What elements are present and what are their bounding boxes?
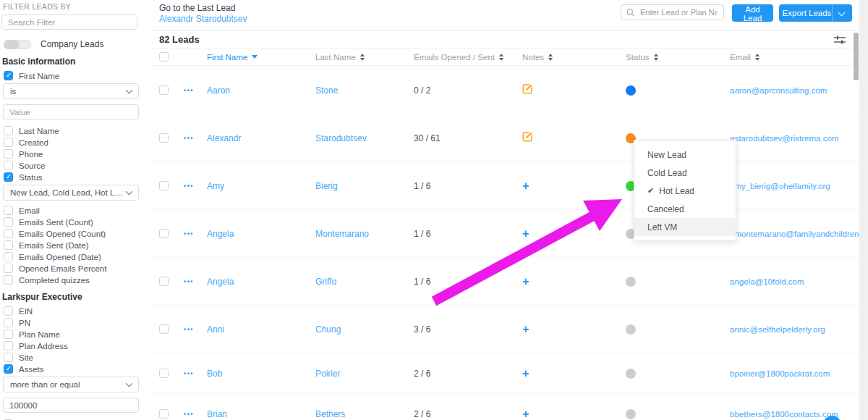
filter-completed-quizzes[interactable]: Completed quizzes	[4, 275, 148, 285]
column-header-emails-opened-sent[interactable]: Emails Opened / Sent	[414, 53, 522, 62]
menu-item-canceled[interactable]: Canceled	[634, 200, 736, 218]
first-name-link[interactable]: Angela	[207, 229, 315, 239]
checkbox[interactable]	[4, 206, 13, 215]
email-link[interactable]: aaron@aprconsulting.com	[730, 86, 859, 95]
first-name-link[interactable]: Bob	[207, 369, 315, 379]
row-checkbox[interactable]	[159, 409, 169, 419]
filter-last-name[interactable]: Last Name	[4, 126, 148, 135]
filter-plan-name[interactable]: Plan Name	[4, 329, 148, 339]
column-settings-icon[interactable]	[833, 35, 846, 48]
row-actions-icon[interactable]: •••	[184, 230, 207, 238]
checkbox[interactable]	[4, 161, 13, 170]
first-name-link[interactable]: Alexandr	[207, 133, 315, 143]
row-actions-icon[interactable]: •••	[184, 182, 207, 190]
status-filter-select[interactable]: New Lead, Cold Lead, Hot Lead, ...	[3, 185, 139, 201]
status-dot[interactable]	[626, 409, 636, 419]
edit-note-icon[interactable]	[522, 131, 626, 145]
checkbox[interactable]	[4, 306, 13, 316]
edit-note-icon[interactable]	[522, 83, 626, 97]
status-dot[interactable]	[626, 324, 636, 335]
column-header-status[interactable]: Status	[626, 53, 730, 62]
checkbox-checked[interactable]	[4, 71, 13, 80]
add-note-icon[interactable]: +	[522, 411, 626, 418]
menu-item-left-vm[interactable]: Left VM	[634, 218, 736, 236]
checkbox[interactable]	[4, 264, 13, 273]
search-filter-input[interactable]	[1, 14, 137, 30]
assets-operator-select[interactable]: more than or equal	[3, 377, 139, 392]
first-name-link[interactable]: Amy	[207, 181, 315, 191]
filter-opened-emails-percent[interactable]: Opened Emails Percent	[4, 264, 148, 273]
row-checkbox[interactable]	[159, 369, 169, 378]
add-note-icon[interactable]: +	[522, 326, 626, 333]
status-dot[interactable]	[626, 369, 636, 379]
column-header-first-name[interactable]: First Name	[207, 53, 315, 62]
filter-source[interactable]: Source	[4, 161, 148, 170]
add-note-icon[interactable]: +	[522, 230, 626, 238]
last-name-link[interactable]: Montemarano	[315, 229, 414, 239]
checkbox[interactable]	[4, 149, 13, 159]
select-all-checkbox[interactable]	[159, 52, 169, 62]
checkbox[interactable]	[4, 318, 13, 327]
checkbox-checked[interactable]	[4, 364, 13, 374]
last-name-link[interactable]: Starodubtsev	[315, 133, 414, 143]
filter-status[interactable]: Status	[4, 172, 148, 182]
row-checkbox[interactable]	[159, 133, 169, 143]
row-actions-icon[interactable]: •••	[184, 370, 207, 377]
filter-site[interactable]: Site	[4, 353, 148, 362]
email-link[interactable]: angela@10fold.com	[730, 277, 859, 286]
row-checkbox[interactable]	[159, 85, 169, 95]
email-link[interactable]: annic@selfhelpelderly.org	[730, 325, 859, 334]
filter-pn[interactable]: PN	[4, 318, 148, 327]
status-dot[interactable]	[626, 85, 636, 96]
row-checkbox[interactable]	[159, 229, 169, 238]
assets-value-input[interactable]	[3, 398, 139, 413]
filter-emails-opened-date[interactable]: Emails Opened (Date)	[4, 252, 148, 261]
row-checkbox[interactable]	[159, 277, 169, 286]
first-name-link[interactable]: Brian	[207, 409, 315, 419]
filter-phone[interactable]: Phone	[4, 149, 148, 159]
add-lead-button[interactable]: Add Lead	[732, 4, 773, 22]
export-leads-button[interactable]: Export Leads	[779, 4, 852, 22]
company-leads-toggle[interactable]	[4, 40, 31, 49]
checkbox[interactable]	[4, 217, 13, 227]
menu-item-hot-lead[interactable]: ✔Hot Lead	[634, 182, 736, 200]
checkbox[interactable]	[4, 138, 13, 147]
checkbox[interactable]	[4, 329, 13, 339]
checkbox[interactable]	[4, 240, 13, 250]
row-actions-icon[interactable]: •••	[184, 135, 207, 142]
email-link[interactable]: amy_bierig@ohelfamily.org	[730, 182, 859, 190]
last-name-link[interactable]: Griffo	[315, 277, 414, 287]
checkbox[interactable]	[4, 275, 13, 285]
last-name-link[interactable]: Bethers	[315, 409, 414, 419]
filter-plan-address[interactable]: Plan Address	[4, 341, 148, 350]
first-name-operator-select[interactable]: is	[3, 83, 139, 99]
email-link[interactable]: bpoirier@1800packrat.com	[730, 369, 859, 378]
row-actions-icon[interactable]: •••	[184, 411, 207, 418]
first-name-link[interactable]: Aaron	[207, 85, 315, 96]
menu-item-new-lead[interactable]: New Lead	[634, 146, 736, 164]
add-note-icon[interactable]: +	[522, 278, 626, 285]
first-name-value-input[interactable]	[3, 104, 139, 119]
checkbox[interactable]	[4, 229, 13, 238]
column-header-last-name[interactable]: Last Name	[315, 53, 414, 62]
email-link[interactable]: bbethers@1800contacts.com	[730, 410, 859, 419]
add-note-icon[interactable]: +	[522, 182, 626, 190]
last-name-link[interactable]: Chung	[315, 324, 414, 335]
row-checkbox[interactable]	[159, 181, 169, 190]
filter-emails-sent-count[interactable]: Emails Sent (Count)	[4, 217, 148, 227]
last-name-link[interactable]: Stone	[315, 85, 414, 96]
first-name-link[interactable]: Angela	[207, 277, 315, 287]
filter-created[interactable]: Created	[4, 138, 148, 147]
first-name-link[interactable]: Anni	[207, 324, 315, 335]
last-name-link[interactable]: Poirier	[315, 369, 414, 379]
vertical-scrollbar[interactable]	[854, 33, 859, 80]
column-header-notes[interactable]: Notes	[522, 53, 626, 62]
filter-first-name[interactable]: First Name	[4, 71, 148, 80]
filter-emails-opened-count[interactable]: Emails Opened (Count)	[4, 229, 148, 238]
checkbox[interactable]	[4, 353, 13, 362]
row-actions-icon[interactable]: •••	[184, 278, 207, 285]
lead-search-box[interactable]	[621, 4, 724, 20]
checkbox-checked[interactable]	[4, 172, 13, 182]
email-link[interactable]: astarodubtsev@rixtrema.com	[730, 134, 859, 143]
column-header-email[interactable]: Email	[730, 53, 859, 62]
